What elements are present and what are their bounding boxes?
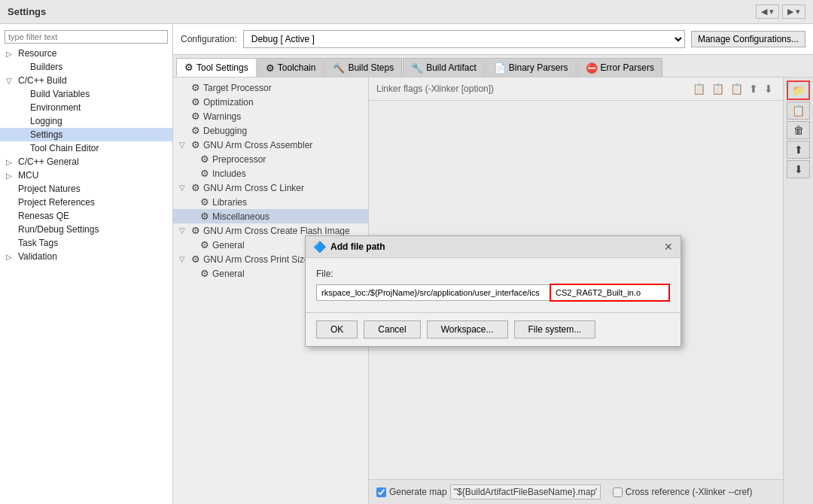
tab-label: Error Parsers [601,62,654,73]
tab-icon: ⚙ [184,62,193,73]
tabs-bar: ⚙ Tool Settings ⚙ Toolchain 🔨 Build Step… [173,55,813,77]
config-bar: Configuration: Debug [ Active ] Manage C… [173,24,813,55]
tab-binary-parsers[interactable]: 📄 Binary Parsers [486,58,577,77]
ok-button[interactable]: OK [316,320,358,339]
dialog-icon: 🔷 [313,241,326,253]
filter-input[interactable] [5,30,168,44]
sidebar-item-environment[interactable]: Environment [0,101,172,114]
tab-label: Toolchain [278,62,316,73]
sidebar-item-tool-chain-editor[interactable]: Tool Chain Editor [0,141,172,155]
expand-icon: ▷ [6,172,15,180]
tab-error-parsers[interactable]: ⛔ Error Parsers [577,58,662,77]
sidebar-item-label: Build Variables [30,89,90,99]
tab-label: Build Steps [348,62,394,73]
tab-toolchain[interactable]: ⚙ Toolchain [257,58,324,77]
config-label: Configuration: [181,34,237,44]
sidebar-item-c-cpp-general[interactable]: ▷ C/C++ General [0,155,172,169]
sidebar-item-label: Resource [18,48,56,59]
tab-tool-settings[interactable]: ⚙ Tool Settings [176,58,257,77]
sidebar-item-project-references[interactable]: Project References [0,196,172,209]
dialog-body: File: [306,258,681,312]
expand-icon: ▷ [6,158,15,166]
settings-title: Settings [8,6,46,17]
file-system-button[interactable]: File system... [514,320,596,339]
config-select[interactable]: Debug [ Active ] [243,30,685,48]
sidebar-item-validation[interactable]: ▷ Validation [0,250,172,263]
sidebar-item-label: Run/Debug Settings [18,224,99,235]
sidebar-item-task-tags[interactable]: Task Tags [0,236,172,250]
file-path-highlight-input[interactable] [550,284,670,302]
sidebar-item-label: Tool Chain Editor [30,143,99,153]
sidebar-item-renesas-qe[interactable]: Renesas QE [0,209,172,223]
tab-icon: 🔧 [411,62,423,74]
sidebar-item-c-cpp-build[interactable]: ▽ C/C++ Build [0,74,172,87]
title-bar: Settings ◀ ▾ ▶ ▾ [0,0,813,24]
sidebar-item-label: Project References [18,197,95,208]
tab-icon: ⛔ [586,62,598,74]
tab-label: Build Artifact [426,62,477,73]
add-file-dialog: 🔷 Add file path ✕ File: OK [305,235,681,347]
expand-icon: ▽ [6,77,15,85]
tab-label: Tool Settings [196,62,248,73]
dialog-input-row [316,284,670,302]
sidebar-item-logging[interactable]: Logging [0,114,172,128]
dialog-buttons-row: OK Cancel Workspace... File system... [306,312,681,346]
tab-icon: ⚙ [266,62,275,74]
tab-build-steps[interactable]: 🔨 Build Steps [324,58,402,77]
dialog-titlebar: 🔷 Add file path ✕ [306,236,681,258]
sidebar-item-project-natures[interactable]: Project Natures [0,182,172,196]
sidebar-item-label: Settings [30,129,62,140]
sidebar-item-label: Renesas QE [18,211,69,221]
dialog-close-button[interactable]: ✕ [664,241,673,253]
back-button[interactable]: ◀ ▾ [756,5,779,19]
sidebar-item-run-debug-settings[interactable]: Run/Debug Settings [0,223,172,236]
main-content: Configuration: Debug [ Active ] Manage C… [173,24,813,504]
sidebar-item-settings[interactable]: Settings [0,128,172,141]
sidebar-item-build-variables[interactable]: Build Variables [0,87,172,101]
sidebar-item-label: C/C++ Build [18,75,67,86]
tab-label: Binary Parsers [509,62,568,73]
tab-icon: 🔨 [333,62,345,74]
file-label: File: [316,269,670,279]
tab-build-artifact[interactable]: 🔧 Build Artifact [403,58,485,77]
forward-button[interactable]: ▶ ▾ [782,5,805,19]
sidebar-item-label: Task Tags [18,238,58,248]
sidebar-item-resource[interactable]: ▷ Resource [0,47,172,60]
sidebar-item-label: Project Natures [18,184,81,194]
sidebar-item-label: MCU [18,170,38,181]
nav-buttons: ◀ ▾ ▶ ▾ [756,5,805,19]
file-path-input[interactable] [316,284,550,301]
dialog-title-label: Add file path [330,241,385,252]
sidebar-item-label: Environment [30,102,81,113]
cancel-button[interactable]: Cancel [364,320,420,339]
expand-icon: ▷ [6,50,15,58]
sidebar-item-label: Logging [30,116,62,126]
sidebar-item-label: Validation [18,251,57,262]
manage-configurations-button[interactable]: Manage Configurations... [691,31,805,47]
content-area: ⚙ Target Processor ⚙ Optimization ⚙ Warn… [173,77,813,504]
expand-icon: ▷ [6,253,15,261]
dialog-overlay: 🔷 Add file path ✕ File: OK [173,77,813,504]
tab-icon: 📄 [494,62,506,74]
workspace-button[interactable]: Workspace... [427,320,508,339]
sidebar-item-label: C/C++ General [18,156,79,167]
sidebar-item-label: Builders [30,62,62,72]
filter-container [0,27,172,47]
sidebar-item-mcu[interactable]: ▷ MCU [0,169,172,182]
sidebar: ▷ Resource Builders ▽ C/C++ Build Build … [0,24,173,504]
sidebar-item-builders[interactable]: Builders [0,60,172,74]
dialog-title-row: 🔷 Add file path [313,241,385,253]
